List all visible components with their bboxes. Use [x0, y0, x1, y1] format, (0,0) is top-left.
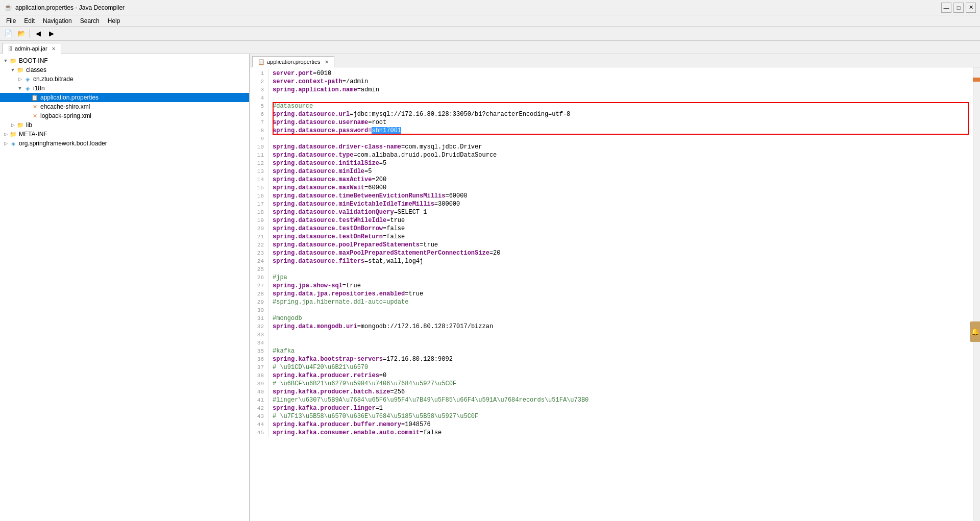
line-content-13: spring.datasource.minIdle=5	[273, 167, 973, 176]
line-number-18: 18	[250, 208, 268, 216]
tree-arrow-meta-inf: ▷	[2, 132, 9, 137]
line-number-9: 9	[250, 135, 268, 143]
line-number-33: 33	[250, 331, 268, 339]
tree-item-cn-ztuo-bitrade[interactable]: ▷ ◈ cn.ztuo.bitrade	[0, 75, 249, 84]
menu-edit[interactable]: Edit	[20, 16, 39, 26]
code-line-6: 6spring.datasource.url=jdbc:mysql://172.…	[250, 110, 973, 118]
minimize-button[interactable]: —	[941, 3, 951, 13]
code-line-36: 36spring.kafka.bootstrap-servers=172.16.…	[250, 355, 973, 363]
line-content-26: #jpa	[273, 274, 973, 282]
line-number-40: 40	[250, 388, 268, 396]
open-file-tab[interactable]: 🗄 admin-api.jar ✕	[2, 43, 61, 54]
tree-item-org-springframework[interactable]: ▷ ◈ org.springframework.boot.loader	[0, 139, 249, 148]
line-content-42: spring.kafka.producer.linger=1	[273, 404, 973, 412]
file-tree: ▼ 📁 BOOT-INF ▼ 📁 classes ▷ ◈ cn.ztuo.bit…	[0, 54, 250, 521]
tree-arrow-classes: ▼	[9, 67, 16, 72]
tree-label-i18n: i18n	[33, 85, 45, 92]
back-button[interactable]: ◀	[32, 28, 44, 39]
code-line-11: 11spring.datasource.type=com.alibaba.dru…	[250, 151, 973, 159]
jar-icon: 🗄	[8, 46, 13, 52]
code-line-34: 34	[250, 339, 973, 347]
line-content-44: spring.kafka.producer.buffer.memory=1048…	[273, 420, 973, 429]
code-line-8: 8spring.datasource.password=shh17001	[250, 127, 973, 135]
tree-item-classes[interactable]: ▼ 📁 classes	[0, 65, 249, 75]
line-content-14: spring.datasource.maxActive=200	[273, 176, 973, 184]
menu-help[interactable]: Help	[104, 16, 125, 26]
line-content-7: spring.datasource.username=root	[273, 118, 973, 127]
code-line-30: 30	[250, 306, 973, 314]
code-line-38: 38spring.kafka.producer.retries=0	[250, 371, 973, 380]
open-file-tab-close[interactable]: ✕	[52, 46, 56, 52]
line-content-38: spring.kafka.producer.retries=0	[273, 371, 973, 380]
line-number-31: 31	[250, 314, 268, 322]
menu-bar: File Edit Navigation Search Help	[0, 15, 980, 27]
tree-item-application-properties[interactable]: 📋 application.properties	[0, 93, 249, 102]
floating-action-button[interactable]: 🔔	[970, 321, 980, 342]
tree-label-org-spring: org.springframework.boot.loader	[19, 140, 107, 147]
forward-button[interactable]: ▶	[45, 28, 58, 39]
line-content-23: spring.datasource.maxPoolPreparedStateme…	[273, 249, 973, 257]
code-line-39: 39# \u6BCF\u6B21\u6279\u5904\u7406\u7684…	[250, 380, 973, 388]
code-tab-label: application.properties	[267, 59, 321, 65]
line-content-1: server.port=6010	[273, 69, 973, 78]
folder-icon-boot-inf: 📁	[9, 57, 17, 64]
line-content-36: spring.kafka.bootstrap-servers=172.16.80…	[273, 355, 973, 363]
code-line-16: 16spring.datasource.timeBetweenEvictionR…	[250, 192, 973, 200]
code-line-12: 12spring.datasource.initialSize=5	[250, 159, 973, 167]
line-content-22: spring.datasource.poolPreparedStatements…	[273, 241, 973, 249]
line-content-29: #spring.jpa.hibernate.ddl-auto=update	[273, 298, 973, 306]
code-line-3: 3spring.application.name=admin	[250, 86, 973, 94]
line-number-10: 10	[250, 143, 268, 151]
line-number-21: 21	[250, 233, 268, 241]
line-number-32: 32	[250, 322, 268, 331]
code-editor[interactable]: 1server.port=60102server.context-path=/a…	[250, 67, 973, 521]
tree-item-meta-inf[interactable]: ▷ 📁 META-INF	[0, 130, 249, 139]
code-tab-icon: 📋	[258, 59, 265, 65]
code-tab-close[interactable]: ✕	[325, 59, 329, 65]
line-number-26: 26	[250, 274, 268, 282]
menu-file[interactable]: File	[2, 16, 20, 26]
line-number-14: 14	[250, 176, 268, 184]
new-file-button[interactable]: 📄	[2, 28, 14, 39]
line-number-29: 29	[250, 298, 268, 306]
code-line-44: 44spring.kafka.producer.buffer.memory=10…	[250, 420, 973, 429]
code-line-27: 27spring.jpa.show-sql=true	[250, 282, 973, 290]
menu-search[interactable]: Search	[76, 16, 104, 26]
tree-item-i18n[interactable]: ▼ ◈ i18n	[0, 84, 249, 93]
line-content-19: spring.datasource.testWhileIdle=true	[273, 216, 973, 225]
line-content-18: spring.datasource.validationQuery=SELECT…	[273, 208, 973, 216]
code-line-4: 4	[250, 94, 973, 102]
line-content-35: #kafka	[273, 347, 973, 355]
line-content-28: spring.data.jpa.repositories.enabled=tru…	[273, 290, 973, 298]
close-button[interactable]: ✕	[966, 3, 976, 13]
folder-icon-meta-inf: 📁	[9, 131, 17, 138]
code-tab-application-properties[interactable]: 📋 application.properties ✕	[252, 56, 334, 67]
line-number-41: 41	[250, 396, 268, 404]
file-icon-logback-spring: ✕	[31, 112, 39, 119]
line-content-27: spring.jpa.show-sql=true	[273, 282, 973, 290]
tree-item-ehcache-shiro-xml[interactable]: ✕ ehcache-shiro.xml	[0, 102, 249, 111]
code-line-7: 7spring.datasource.username=root	[250, 118, 973, 127]
tree-arrow-cn-ztuo-bitrade: ▷	[16, 77, 23, 82]
package-icon-i18n: ◈	[23, 85, 32, 92]
line-content-41: #linger\u6307\u5B9A\u7684\u65F6\u95F4\u7…	[273, 396, 973, 404]
tree-item-boot-inf[interactable]: ▼ 📁 BOOT-INF	[0, 56, 249, 65]
code-line-19: 19spring.datasource.testWhileIdle=true	[250, 216, 973, 225]
line-number-6: 6	[250, 110, 268, 118]
menu-navigation[interactable]: Navigation	[39, 16, 76, 26]
open-file-button[interactable]: 📂	[15, 28, 28, 39]
line-number-24: 24	[250, 257, 268, 265]
package-icon-org-spring: ◈	[9, 140, 17, 147]
tree-item-lib[interactable]: ▷ 📁 lib	[0, 120, 249, 130]
maximize-button[interactable]: □	[953, 3, 964, 13]
line-content-37: # \u91CD\u4F20\u6B21\u6570	[273, 363, 973, 371]
line-number-3: 3	[250, 86, 268, 94]
code-line-2: 2server.context-path=/admin	[250, 78, 973, 86]
tree-label-classes: classes	[26, 66, 46, 73]
tree-label-cn-ztuo-bitrade: cn.ztuo.bitrade	[33, 76, 74, 83]
line-number-11: 11	[250, 151, 268, 159]
file-icon-ehcache-shiro: ✕	[31, 103, 39, 110]
line-content-24: spring.datasource.filters=stat,wall,log4…	[273, 257, 973, 265]
line-number-44: 44	[250, 420, 268, 429]
tree-item-logback-spring-xml[interactable]: ✕ logback-spring.xml	[0, 111, 249, 120]
